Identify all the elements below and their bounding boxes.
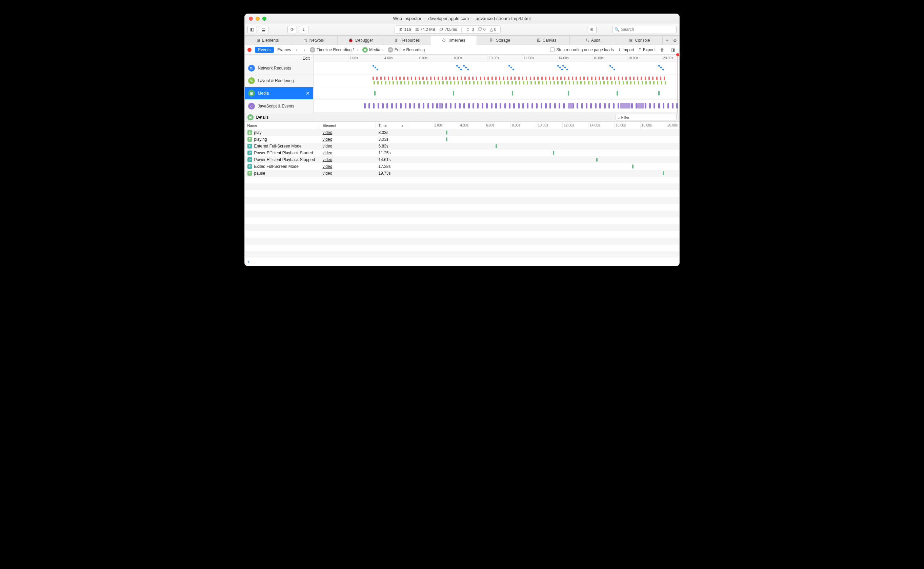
table-row-empty [245, 251, 679, 257]
table-row[interactable]: PPower Efficient Playback Stoppedvideo14… [245, 156, 679, 163]
view-frames[interactable]: Frames [277, 47, 291, 52]
stop-on-load-checkbox[interactable]: Stop recording once page loads [550, 47, 613, 52]
view-events[interactable]: Events [255, 47, 274, 53]
details-bar: ▣ Details ⌕ [245, 113, 679, 122]
track-label: Layout & Rendering [258, 78, 294, 83]
col-label: Time [379, 123, 387, 128]
table-row-empty [245, 224, 679, 231]
table-row[interactable]: Eplayvideo3.03s [245, 129, 679, 136]
tab-network[interactable]: ⇅Network [291, 36, 338, 45]
new-tab-button[interactable]: ＋ [663, 36, 671, 45]
tab-audit[interactable]: ⇆Audit [570, 36, 616, 45]
document-icon: 🗎 [399, 27, 403, 32]
stopwatch-icon: ⏱ [310, 47, 315, 53]
debugger-icon: 🐞 [348, 38, 353, 43]
table-row[interactable]: Eplayingvideo3.03s [245, 136, 679, 143]
tab-debugger[interactable]: 🐞Debugger [338, 36, 384, 45]
table-row[interactable]: FEntered Full-Screen Modevideo6.83s [245, 143, 679, 149]
import-button[interactable]: ⤓Import [618, 47, 634, 52]
element-link[interactable]: video [323, 144, 332, 149]
tab-timelines[interactable]: ⏱Timelines [431, 36, 477, 45]
settings-button[interactable]: ⚙ [671, 36, 679, 45]
event-time: 6.83s [376, 143, 407, 149]
crumb-media[interactable]: ▣Media› [363, 47, 384, 53]
crumb-range[interactable]: ◔Entire Recording [388, 47, 425, 53]
event-badge: E [247, 137, 252, 142]
reload-button[interactable]: ⟳ [287, 26, 297, 33]
playhead[interactable] [678, 55, 678, 113]
tab-console[interactable]: ⌘Console [616, 36, 663, 45]
event-marker [496, 144, 497, 148]
tab-storage[interactable]: 🗄Storage [477, 36, 523, 45]
zoom-window-button[interactable] [262, 17, 266, 21]
event-name: playing [254, 137, 267, 142]
filter-input[interactable] [621, 115, 675, 119]
element-link[interactable]: video [323, 164, 332, 169]
table-row[interactable]: PPower Efficient Playback Startedvideo11… [245, 149, 679, 156]
edit-tracks-button[interactable]: Edit [245, 55, 313, 62]
toggle-sidebar-button[interactable]: ◨ [670, 46, 677, 53]
camera-icon: ▣ [363, 47, 368, 53]
overview-lanes[interactable]: 2.00s4.00s6.00s8.00s10.00s12.00s14.00s16… [314, 55, 679, 113]
network-icon: ⇅ [304, 38, 307, 43]
tab-label: Resources [400, 38, 420, 43]
console-prompt[interactable]: › [245, 257, 679, 266]
col-element[interactable]: Element [320, 122, 376, 129]
nav-back[interactable]: ‹ [294, 47, 299, 53]
table-header: Name Element Time▲ 2.00s4.00s6.00s8.00s1… [245, 122, 679, 129]
event-lane [407, 129, 679, 136]
track-label: Media [258, 91, 269, 96]
event-time: 14.61s [376, 156, 407, 163]
crumb-recording[interactable]: ⏱Timeline Recording 1› [310, 47, 359, 53]
minimize-window-button[interactable] [256, 17, 259, 21]
crumb-label: Media [369, 47, 380, 52]
export-button[interactable]: ⤒Export [638, 47, 655, 52]
button-label: Export [643, 47, 655, 52]
track-layout[interactable]: ✎Layout & Rendering [245, 75, 313, 87]
transfer-size: ⚖74.2 MB [415, 27, 435, 32]
event-lane [407, 149, 679, 156]
event-name: Exited Full-Screen Mode [254, 164, 299, 169]
import-icon: ⤓ [618, 47, 621, 52]
event-name: pause [254, 171, 266, 176]
table-row[interactable]: FExited Full-Screen Modevideo17.38s [245, 163, 679, 170]
track-media[interactable]: ▣Media✕ [245, 87, 313, 100]
dock-bottom-button[interactable]: ⬓ [259, 26, 269, 33]
element-link[interactable]: video [323, 151, 332, 155]
track-js[interactable]: ☼JavaScript & Events [245, 100, 313, 112]
element-link[interactable]: video [323, 157, 332, 162]
close-window-button[interactable] [249, 17, 253, 21]
nav-forward[interactable]: › [302, 47, 307, 53]
timelines-icon: ⏱ [442, 38, 446, 43]
close-icon[interactable]: ✕ [306, 91, 310, 96]
table-row-empty [245, 245, 679, 251]
download-button[interactable]: ⤓ [299, 26, 308, 33]
inspect-element-button[interactable]: ⊕ [587, 26, 596, 33]
resources-icon: 🗎 [394, 38, 398, 43]
search-input[interactable] [621, 27, 674, 32]
table-row-empty [245, 218, 679, 224]
clear-button[interactable]: 🗑 [659, 46, 666, 53]
lane-media [314, 87, 679, 100]
track-network[interactable]: ⇅Network Requests [245, 62, 313, 75]
event-time: 3.03s [376, 136, 407, 143]
event-badge: P [247, 151, 252, 155]
event-name: Power Efficient Playback Stopped [254, 157, 315, 162]
col-name[interactable]: Name [245, 122, 320, 129]
element-link[interactable]: video [323, 130, 332, 135]
tab-resources[interactable]: 🗎Resources [384, 36, 431, 45]
chevron-right-icon: › [382, 47, 384, 52]
filter-field[interactable]: ⌕ [616, 114, 677, 120]
element-link[interactable]: video [323, 137, 332, 142]
record-button[interactable] [247, 48, 252, 52]
table-row[interactable]: Epausevideo19.73s [245, 170, 679, 176]
crumb-label: Timeline Recording 1 [317, 47, 355, 52]
dock-left-button[interactable]: ◧ [247, 26, 257, 33]
col-time[interactable]: Time▲ [376, 122, 407, 129]
tab-canvas[interactable]: 🖼Canvas [523, 36, 570, 45]
element-link[interactable]: video [323, 171, 332, 176]
tab-elements[interactable]: ⊞Elements [245, 36, 291, 45]
search-field[interactable]: 🔍 [612, 26, 677, 33]
event-lane [407, 163, 679, 170]
table-row-empty [245, 197, 679, 204]
